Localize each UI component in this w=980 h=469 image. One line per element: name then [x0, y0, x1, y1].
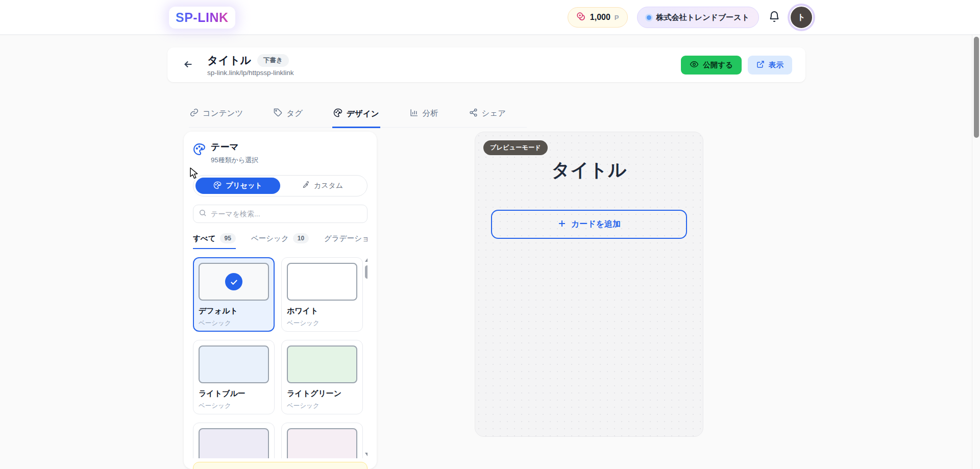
add-card-label: カードを追加	[571, 219, 621, 230]
preview-title: タイトル	[475, 158, 703, 183]
theme-grid: デフォルト ベーシック ホワイト ベーシック ライトブルー ベーシック ライトグ…	[193, 257, 368, 458]
tab-contents[interactable]: コンテンツ	[189, 103, 244, 128]
search-icon	[199, 209, 207, 219]
back-button[interactable]	[181, 57, 196, 73]
tab-share[interactable]: シェア	[468, 103, 507, 128]
filter-label: すべて	[193, 234, 216, 243]
theme-list: デフォルト ベーシック ホワイト ベーシック ライトブルー ベーシック ライトグ…	[193, 257, 368, 458]
custom-toggle-button[interactable]: カスタム	[280, 178, 365, 194]
theme-card[interactable]	[193, 423, 275, 458]
add-card-button[interactable]: カードを追加	[491, 210, 687, 239]
theme-panel-heading: テーマ 95種類から選択	[211, 141, 258, 165]
theme-panel: テーマ 95種類から選択 プリセット	[184, 132, 377, 469]
theme-panel-subtitle: 95種類から選択	[211, 156, 258, 165]
publish-label: 公開する	[703, 60, 733, 70]
company-name: 株式会社トレンドブースト	[656, 13, 749, 22]
theme-swatch	[199, 428, 269, 458]
filter-basic[interactable]: ベーシック 10	[251, 233, 309, 249]
preset-label: プリセット	[226, 181, 262, 190]
theme-name: ホワイト	[287, 306, 357, 316]
company-badge[interactable]: 株式会社トレンドブースト	[637, 7, 759, 28]
theme-card-white[interactable]: ホワイト ベーシック	[281, 257, 363, 332]
theme-category: ベーシック	[199, 319, 269, 328]
theme-search-input[interactable]	[211, 210, 362, 218]
tab-bar: コンテンツ タグ デザイン	[189, 103, 527, 128]
filter-count: 10	[293, 233, 309, 243]
share-icon	[469, 108, 478, 119]
palette-icon	[213, 181, 222, 191]
theme-filters: すべて 95 ベーシック 10 グラデーション	[193, 233, 368, 249]
filter-label: ベーシック	[251, 234, 289, 243]
notifications-button[interactable]	[768, 11, 780, 24]
external-link-icon	[756, 60, 765, 70]
preview-panel: プレビューモード タイトル カードを追加	[475, 132, 703, 437]
scroll-up-arrow-icon[interactable]	[365, 258, 368, 262]
view-label: 表示	[769, 60, 783, 70]
page-url: sp-link.link/lp/httpssp-linklink	[207, 69, 294, 77]
bell-icon	[768, 11, 780, 24]
window-scrollbar-thumb[interactable]	[974, 37, 979, 138]
tab-label: タグ	[286, 108, 303, 119]
theme-swatch	[287, 428, 357, 458]
custom-label: カスタム	[314, 181, 343, 190]
theme-swatch	[199, 263, 269, 301]
tab-label: コンテンツ	[203, 108, 243, 119]
link-icon	[190, 108, 199, 119]
theme-card[interactable]	[281, 423, 363, 458]
status-badge: 下書き	[257, 54, 289, 67]
theme-list-scrollbar[interactable]	[364, 257, 368, 458]
tab-design[interactable]: デザイン	[332, 103, 380, 128]
theme-name: デフォルト	[199, 306, 269, 316]
tab-label: デザイン	[347, 109, 379, 119]
status-dot	[647, 15, 651, 20]
points-badge[interactable]: 1,000 P	[568, 7, 628, 28]
preview-mode-badge: プレビューモード	[483, 140, 548, 155]
avatar[interactable]: ト	[790, 6, 813, 29]
avatar-letter: ト	[797, 12, 805, 23]
bar-chart-icon	[410, 108, 419, 119]
theme-name: ライトグリーン	[287, 389, 357, 399]
tab-label: 分析	[423, 108, 438, 119]
filter-count: 95	[220, 233, 236, 243]
theme-category: ベーシック	[287, 402, 357, 410]
page-header-actions: 公開する 表示	[681, 56, 792, 75]
palette-icon	[333, 108, 342, 119]
tab-analytics[interactable]: 分析	[409, 103, 439, 128]
check-icon	[225, 273, 242, 290]
theme-card-lightblue[interactable]: ライトブルー ベーシック	[193, 340, 275, 414]
theme-name: ライトブルー	[199, 389, 269, 399]
title-block: タイトル 下書き sp-link.link/lp/httpssp-linklin…	[207, 53, 294, 77]
theme-swatch	[199, 345, 269, 383]
page-header: タイトル 下書き sp-link.link/lp/httpssp-linklin…	[167, 47, 805, 82]
top-bar-inner: SP-LINK 1,000 P 株式会社トレンドブースト	[169, 0, 813, 35]
eyedropper-icon	[302, 181, 310, 190]
theme-card-lightgreen[interactable]: ライトグリーン ベーシック	[281, 340, 363, 414]
preset-toggle-button[interactable]: プリセット	[195, 178, 280, 194]
theme-category: ベーシック	[199, 402, 269, 410]
filter-label: グラデーション	[324, 234, 368, 243]
app-logo[interactable]: SP-LINK	[169, 7, 235, 29]
page-title: タイトル	[207, 53, 251, 67]
filter-gradient[interactable]: グラデーション	[324, 233, 368, 249]
tag-icon	[274, 108, 282, 119]
eye-icon	[690, 60, 699, 70]
filter-all[interactable]: すべて 95	[193, 233, 236, 249]
tab-tags[interactable]: タグ	[273, 103, 304, 128]
coins-icon	[576, 12, 586, 23]
window-scrollbar[interactable]	[972, 0, 980, 469]
theme-swatch	[287, 345, 357, 383]
scroll-down-arrow-icon[interactable]	[365, 453, 368, 456]
tip-box	[193, 462, 368, 469]
page: SP-LINK 1,000 P 株式会社トレンドブースト	[0, 0, 980, 469]
title-row: タイトル 下書き	[207, 53, 294, 67]
points-unit: P	[615, 14, 619, 21]
theme-swatch	[287, 263, 357, 301]
scrollbar-thumb[interactable]	[365, 265, 368, 279]
view-button[interactable]: 表示	[748, 56, 792, 75]
arrow-left-icon	[183, 59, 194, 71]
theme-card-default[interactable]: デフォルト ベーシック	[193, 257, 275, 332]
top-bar: SP-LINK 1,000 P 株式会社トレンドブースト	[0, 0, 980, 35]
palette-icon	[193, 143, 206, 158]
publish-button[interactable]: 公開する	[681, 56, 742, 75]
plus-icon	[557, 219, 567, 230]
